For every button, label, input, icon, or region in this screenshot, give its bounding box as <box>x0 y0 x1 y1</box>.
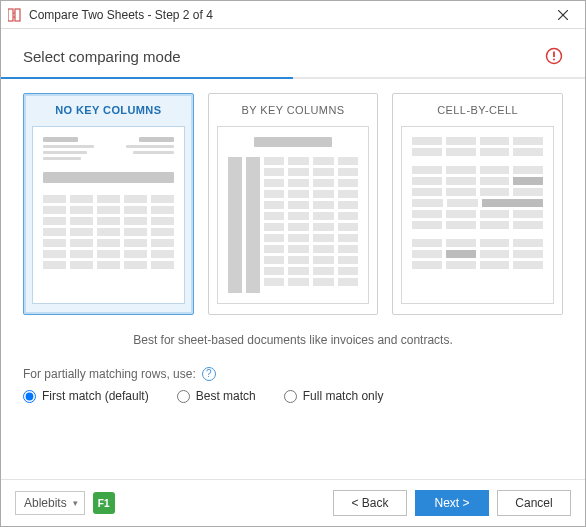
progress-step-4 <box>439 77 585 79</box>
mode-cards: NO KEY COLUMNS <box>1 93 585 315</box>
help-icon[interactable]: ? <box>202 367 216 381</box>
cancel-button[interactable]: Cancel <box>497 490 571 516</box>
wizard-progress <box>1 77 585 79</box>
brand-name: Ablebits <box>24 496 67 510</box>
help-key-label: F1 <box>98 498 110 509</box>
brand-dropdown[interactable]: Ablebits ▾ <box>15 491 85 515</box>
mode-card-no-key[interactable]: NO KEY COLUMNS <box>23 93 194 315</box>
next-button[interactable]: Next > <box>415 490 489 516</box>
radio-first-match-input[interactable] <box>23 390 36 403</box>
partial-match-radios: First match (default) Best match Full ma… <box>1 389 585 417</box>
mode-card-cell-by-cell[interactable]: CELL-BY-CELL <box>392 93 563 315</box>
back-button-label: < Back <box>351 496 388 510</box>
radio-best-match-input[interactable] <box>177 390 190 403</box>
window-title: Compare Two Sheets - Step 2 of 4 <box>29 8 541 22</box>
progress-step-3 <box>293 77 439 79</box>
radio-full-match-input[interactable] <box>284 390 297 403</box>
partial-match-label: For partially matching rows, use: <box>23 367 196 381</box>
radio-label: Best match <box>196 389 256 403</box>
mode-thumb-cell-by-cell <box>401 126 554 304</box>
chevron-down-icon: ▾ <box>73 498 78 508</box>
radio-first-match[interactable]: First match (default) <box>23 389 149 403</box>
mode-card-title: CELL-BY-CELL <box>393 94 562 124</box>
svg-point-8 <box>553 59 555 61</box>
footer: Ablebits ▾ F1 < Back Next > Cancel <box>1 479 585 526</box>
header: Select comparing mode <box>1 29 585 71</box>
back-button[interactable]: < Back <box>333 490 407 516</box>
svg-rect-0 <box>8 9 13 21</box>
partial-match-label-row: For partially matching rows, use: ? <box>1 367 585 389</box>
help-f1-button[interactable]: F1 <box>93 492 115 514</box>
mode-card-title: BY KEY COLUMNS <box>209 94 378 124</box>
radio-full-match[interactable]: Full match only <box>284 389 384 403</box>
mode-thumb-no-key <box>32 126 185 304</box>
titlebar: Compare Two Sheets - Step 2 of 4 <box>1 1 585 29</box>
close-button[interactable] <box>541 1 585 29</box>
app-icon <box>7 7 23 23</box>
next-button-label: Next > <box>434 496 469 510</box>
radio-label: First match (default) <box>42 389 149 403</box>
radio-best-match[interactable]: Best match <box>177 389 256 403</box>
mode-thumb-by-key <box>217 126 370 304</box>
progress-step-2 <box>147 77 293 79</box>
mode-description: Best for sheet-based documents like invo… <box>1 315 585 367</box>
mode-card-title: NO KEY COLUMNS <box>24 94 193 124</box>
mode-card-by-key[interactable]: BY KEY COLUMNS <box>208 93 379 315</box>
svg-rect-1 <box>15 9 20 21</box>
close-icon <box>558 10 568 20</box>
radio-label: Full match only <box>303 389 384 403</box>
warning-icon[interactable] <box>545 47 563 65</box>
page-title: Select comparing mode <box>23 48 545 65</box>
cancel-button-label: Cancel <box>515 496 552 510</box>
progress-step-1 <box>1 77 147 79</box>
